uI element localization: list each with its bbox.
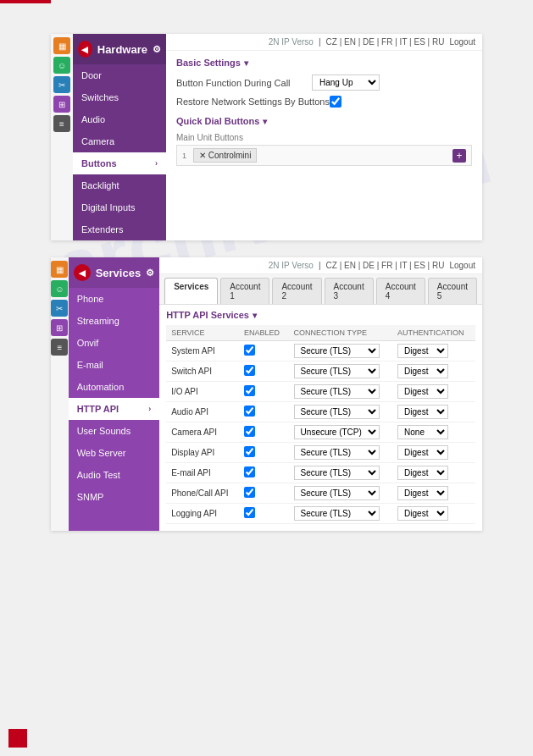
icon-btn-3[interactable]: ✂ — [53, 76, 70, 93]
auth-select-7[interactable]: DigestNoneBasic — [397, 486, 448, 500]
icon-btn-4[interactable]: ⊞ — [53, 96, 70, 113]
sidebar-item-audio-test[interactable]: Audio Test — [69, 464, 160, 486]
connection-select-2[interactable]: Secure (TLS)Unsecure (TCP) — [294, 384, 380, 399]
table-row: Switch APISecure (TLS)Unsecure (TCP)Dige… — [166, 361, 475, 382]
enabled-checkbox-6[interactable] — [244, 466, 255, 477]
auth-select-0[interactable]: DigestNoneBasic — [397, 344, 448, 358]
sidebar-item-onvif[interactable]: Onvif — [69, 332, 160, 354]
icon-btn-s4[interactable]: ⊞ — [51, 319, 68, 336]
tab-account3[interactable]: Account 3 — [325, 278, 374, 304]
auth-select-5[interactable]: DigestNoneBasic — [397, 445, 448, 460]
enabled-checkbox-5[interactable] — [244, 446, 255, 457]
enabled-checkbox-0[interactable] — [244, 345, 255, 356]
auth-select-4[interactable]: DigestNoneBasic — [397, 425, 448, 439]
lang-links-1[interactable]: CZ | EN | DE | FR | IT | ES | RU — [326, 37, 445, 47]
service-name-0: System API — [166, 341, 239, 361]
col-auth: Authentication — [392, 325, 475, 341]
restore-network-checkbox[interactable] — [330, 96, 341, 108]
enabled-checkbox-2[interactable] — [244, 385, 255, 396]
connection-cell-8: Secure (TLS)Unsecure (TCP) — [289, 504, 392, 524]
auth-cell-2: DigestNoneBasic — [392, 382, 475, 402]
connection-select-6[interactable]: Secure (TLS)Unsecure (TCP) — [294, 466, 380, 480]
lang-links-2[interactable]: CZ | EN | DE | FR | IT | ES | RU — [326, 261, 445, 270]
auth-select-8[interactable]: DigestNoneBasic — [397, 506, 448, 521]
basic-settings-title: Basic Settings — [176, 58, 472, 68]
service-name-7: Phone/Call API — [166, 483, 239, 504]
sidebar-item-backlight[interactable]: Backlight — [73, 174, 166, 196]
tab-services[interactable]: Services — [164, 278, 218, 304]
enabled-checkbox-8[interactable] — [244, 507, 255, 518]
gear-icon-1[interactable]: ⚙ — [153, 44, 161, 55]
add-dial-button[interactable]: + — [452, 149, 466, 163]
enabled-checkbox-4[interactable] — [244, 426, 255, 437]
tab-account4[interactable]: Account 4 — [376, 278, 425, 304]
tab-account5[interactable]: Account 5 — [428, 278, 477, 304]
button-function-select[interactable]: Hang Up Mute Nothing — [312, 74, 380, 91]
tab-account1[interactable]: Account 1 — [220, 278, 269, 304]
sidebar-item-extenders[interactable]: Extenders — [73, 218, 166, 240]
connection-select-5[interactable]: Secure (TLS)Unsecure (TCP) — [294, 445, 380, 460]
api-table: Service Enabled Connection Type Authenti… — [166, 325, 475, 524]
icon-column-1: ▦ ☺ ✂ ⊞ ≡ — [51, 34, 73, 240]
icon-btn-s1[interactable]: ▦ — [51, 261, 68, 278]
sidebar-item-web-server[interactable]: Web Server — [69, 442, 160, 464]
auth-cell-0: DigestNoneBasic — [392, 341, 475, 361]
enabled-checkbox-3[interactable] — [244, 406, 255, 417]
sidebar-item-user-sounds[interactable]: User Sounds — [69, 420, 160, 442]
back-button-2[interactable]: ◀ — [74, 264, 91, 281]
sidebar-item-phone[interactable]: Phone — [69, 288, 160, 310]
connection-select-0[interactable]: Secure (TLS)Unsecure (TCP) — [294, 344, 380, 358]
connection-select-1[interactable]: Secure (TLS)Unsecure (TCP) — [294, 364, 380, 378]
icon-btn-2[interactable]: ☺ — [53, 57, 70, 74]
icon-btn-s5[interactable]: ≡ — [51, 339, 68, 356]
auth-cell-8: DigestNoneBasic — [392, 504, 475, 524]
connection-select-8[interactable]: Secure (TLS)Unsecure (TCP) — [294, 506, 380, 521]
auth-select-1[interactable]: DigestNoneBasic — [397, 364, 448, 378]
connection-select-3[interactable]: Secure (TLS)Unsecure (TCP) — [294, 405, 380, 419]
auth-select-3[interactable]: DigestNoneBasic — [397, 405, 448, 419]
hardware-title: Hardware — [97, 43, 147, 56]
enabled-checkbox-7[interactable] — [244, 487, 255, 498]
logout-link-2[interactable]: Logout — [449, 261, 475, 270]
icon-btn-1[interactable]: ▦ — [53, 37, 70, 54]
sidebar-item-switches[interactable]: Switches — [73, 86, 166, 108]
icon-btn-s2[interactable]: ☺ — [51, 280, 68, 297]
back-button-1[interactable]: ◀ — [78, 41, 92, 58]
table-row: I/O APISecure (TLS)Unsecure (TCP)DigestN… — [166, 382, 475, 402]
version-label-2: 2N IP Verso — [269, 261, 314, 270]
sidebar-item-buttons[interactable]: Buttons › — [73, 152, 166, 174]
sidebar-item-door[interactable]: Door — [73, 64, 166, 86]
sidebar-item-digital-inputs[interactable]: Digital Inputs — [73, 196, 166, 218]
tab-account2[interactable]: Account 2 — [272, 278, 321, 304]
table-row: Logging APISecure (TLS)Unsecure (TCP)Dig… — [166, 504, 475, 524]
services-topbar: 2N IP Verso | CZ | EN | DE | FR | IT | E… — [159, 257, 482, 274]
arrow-icon-buttons: › — [155, 159, 158, 168]
icon-btn-s3[interactable]: ✂ — [51, 300, 68, 317]
services-sidebar-header: ◀ Services ⚙ — [69, 257, 160, 288]
auth-select-6[interactable]: DigestNoneBasic — [397, 466, 448, 480]
col-service: Service — [166, 325, 239, 341]
connection-cell-4: Secure (TLS)Unsecure (TCP) — [289, 422, 392, 443]
sidebar-item-email[interactable]: E-mail — [69, 354, 160, 376]
enabled-checkbox-1[interactable] — [244, 365, 255, 376]
connection-cell-2: Secure (TLS)Unsecure (TCP) — [289, 382, 392, 402]
service-name-6: E-mail API — [166, 463, 239, 483]
auth-select-2[interactable]: DigestNoneBasic — [397, 384, 448, 399]
connection-select-4[interactable]: Secure (TLS)Unsecure (TCP) — [294, 425, 380, 439]
dial-item-controlmini[interactable]: ✕ Controlmini — [193, 148, 257, 163]
gear-icon-2[interactable]: ⚙ — [146, 268, 154, 279]
hardware-topbar: 2N IP Verso | CZ | EN | DE | FR | IT | E… — [166, 34, 482, 51]
col-connection: Connection Type — [289, 325, 392, 341]
connection-select-7[interactable]: Secure (TLS)Unsecure (TCP) — [294, 486, 380, 500]
logout-link-1[interactable]: Logout — [449, 37, 475, 47]
sidebar-item-camera[interactable]: Camera — [73, 130, 166, 152]
sidebar-item-snmp[interactable]: SNMP — [69, 486, 160, 508]
sidebar-item-automation[interactable]: Automation — [69, 376, 160, 398]
sidebar-item-audio[interactable]: Audio — [73, 108, 166, 130]
sidebar-item-http-api[interactable]: HTTP API › — [69, 398, 160, 420]
main-unit-label: Main Unit Buttons — [176, 133, 472, 142]
services-sidebar: ◀ Services ⚙ Phone Streaming Onvif E-mai… — [69, 257, 160, 531]
button-function-label: Button Function During Call — [176, 78, 312, 88]
sidebar-item-streaming[interactable]: Streaming — [69, 310, 160, 332]
icon-btn-5[interactable]: ≡ — [53, 115, 70, 132]
